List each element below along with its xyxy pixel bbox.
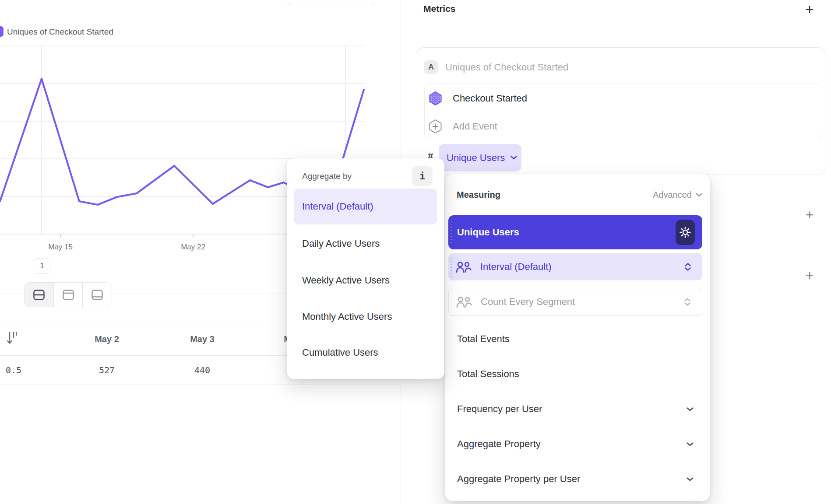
table-cell-may-3: 440 [163,357,242,383]
x-tick-label: May 22 [181,243,205,251]
users-icon-gray [456,296,472,308]
layout-top-bar-button[interactable] [53,283,83,307]
table-bottom-border [0,385,401,385]
menu-item-count-every-segment[interactable]: Count Every Segment [448,288,702,316]
menu-item-total-sessions[interactable]: Total Sessions [457,364,519,384]
add-event-hexagon-icon [429,119,442,134]
top-bar-icon [62,289,74,301]
chevron-up-down-icon [684,298,690,306]
chevron-down-icon [680,469,700,489]
advanced-label: Advanced [653,190,692,200]
layout-toggle-group [24,282,112,307]
menu-item-monthly-active-users[interactable]: Monthly Active Users [302,307,392,326]
aggregate-by-popup: Aggregate by i Interval (Default) Daily … [287,158,444,379]
menu-item-aggregate-property[interactable]: Aggregate Property [457,434,541,454]
menu-item-weekly-active-users[interactable]: Weekly Active Users [302,271,390,290]
bottom-bar-icon [91,289,103,301]
interval-row-label: Interval (Default) [480,261,552,273]
add-filter-button[interactable]: + [801,206,818,224]
table-row-label: 0.5 [0,357,21,383]
page-number-badge[interactable]: 1 [34,258,50,274]
chevron-down-icon [680,399,700,419]
add-breakdown-button[interactable]: + [801,266,818,284]
measuring-popup: Measuring Advanced Unique Users [445,174,710,501]
sort-button[interactable] [7,330,19,348]
event-hexagon-icon [429,91,442,106]
measurement-dropdown-button[interactable]: Unique Users [439,144,521,172]
menu-item-label: Interval (Default) [302,201,373,212]
event-name[interactable]: Checkout Started [453,91,527,106]
menu-item-cumulative-users[interactable]: Cumulative Users [302,343,378,362]
measuring-title: Measuring [457,190,500,200]
segment-row-label: Count Every Segment [481,296,575,308]
measurement-dropdown-label: Unique Users [447,152,505,164]
layout-bottom-bar-button[interactable] [82,283,112,307]
menu-item-daily-active-users[interactable]: Daily Active Users [302,234,380,253]
x-axis-ticks [60,234,193,238]
selected-measure-label: Unique Users [457,227,519,238]
table-cell-may-2: 527 [67,357,146,383]
x-tick-label: May 15 [48,243,73,251]
table-column-divider [33,323,33,385]
series-letter-badge: A [424,60,438,74]
add-metric-button[interactable]: + [801,0,818,18]
users-icon [455,261,472,273]
menu-item-total-events[interactable]: Total Events [457,329,510,349]
chevron-down-icon [696,193,702,197]
info-icon: i [419,171,425,182]
advanced-mode-toggle[interactable]: Advanced [653,190,702,200]
menu-item-aggregate-property-per-user[interactable]: Aggregate Property per User [457,469,580,489]
layout-split-rows-button[interactable] [25,283,53,307]
metric-title[interactable]: Uniques of Checkout Started [445,60,568,74]
menu-item-interval-default[interactable]: Interval (Default) [294,189,437,224]
measure-settings-button[interactable] [676,220,695,245]
menu-item-unique-users-selected[interactable]: Unique Users [448,215,702,249]
chevron-down-icon [511,156,517,160]
chevron-up-down-icon [685,263,691,271]
add-event-button[interactable]: Add Event [453,119,497,134]
table-header-may-3[interactable]: May 3 [163,325,242,354]
event-block: Checkout Started Add Event [424,84,822,139]
split-rows-icon [33,289,45,301]
menu-item-frequency-per-user[interactable]: Frequency per User [457,399,542,419]
gear-icon [679,226,692,239]
info-button[interactable]: i [412,166,433,186]
aggregate-by-title: Aggregate by [302,172,352,181]
table-header-may-2[interactable]: May 2 [67,325,146,354]
sort-descending-icon [7,330,19,346]
menu-item-interval-default-row[interactable]: Interval (Default) [448,253,702,280]
metrics-panel-title: Metrics [423,4,456,14]
chevron-down-icon [680,434,700,454]
